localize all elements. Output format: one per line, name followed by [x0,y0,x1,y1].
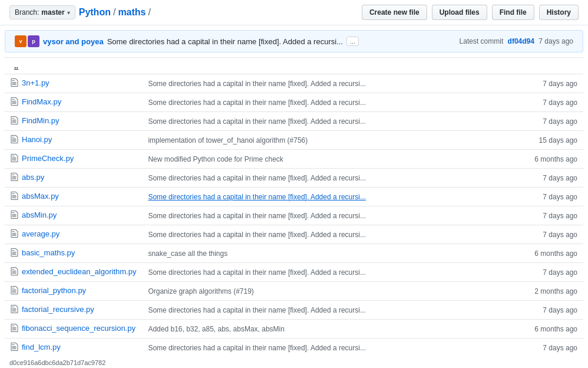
commit-time-cell: 6 months ago [513,150,583,169]
commit-message-cell: Organize graph algorithms (#719) [142,282,513,301]
file-name-cell: average.py [5,225,142,244]
table-row: basic_maths.pysnake_case all the things6… [5,244,583,263]
file-name-cell: Hanoi.py [5,131,142,150]
commit-time-cell: 7 days ago [513,93,583,112]
commit-message-cell: Some directories had a capital in their … [142,93,513,112]
commit-time-cell: 2 months ago [513,282,583,301]
commit-message-cell: Some directories had a capital in their … [142,301,513,320]
file-name-cell: factorial_python.py [5,282,142,301]
file-name-cell: basic_maths.py [5,244,142,263]
author-and: and [65,37,81,46]
commit-message-cell: Some directories had a capital in their … [142,188,513,206]
file-name-link[interactable]: FindMax.py [11,97,61,106]
find-file-button[interactable]: Find file [492,5,534,20]
table-row: factorial_python.pyOrganize graph algori… [5,282,583,301]
avatar-group: v p [15,35,39,47]
commit-bar: v p vysor and poyea Some directories had… [5,30,583,52]
table-row: abs.pySome directories had a capital in … [5,169,583,188]
table-row: find_lcm.pySome directories had a capita… [5,339,583,357]
commit-message-cell: Some directories had a capital in their … [142,74,513,93]
avatar-vysor: v [15,35,27,47]
breadcrumb-sep2: / [148,7,151,18]
breadcrumb: Python / maths / [79,7,151,18]
table-row: average.pySome directories had a capital… [5,225,583,244]
author1-link[interactable]: vysor [43,37,64,46]
commit-message-cell: Some directories had a capital in their … [142,206,513,225]
file-name-link[interactable]: average.py [11,229,60,238]
commit-authors[interactable]: vysor and poyea [43,37,104,46]
commit-time-cell: 7 days ago [513,301,583,320]
commit-message-cell: Some directories had a capital in their … [142,169,513,188]
table-row: fibonacci_sequence_recursion.pyAdded b16… [5,320,583,339]
breadcrumb-maths[interactable]: maths [118,7,146,18]
parent-directory-row: .. [5,58,583,74]
file-name-link[interactable]: FindMin.py [11,116,60,125]
table-row: 3n+1.pySome directories had a capital in… [5,74,583,93]
file-name-link[interactable]: fibonacci_sequence_recursion.py [11,323,136,333]
commit-message-cell: Some directories had a capital in their … [142,225,513,244]
commit-message-cell: implementation of tower_of_hanoi algorit… [142,131,513,150]
file-name-link[interactable]: basic_maths.py [11,248,75,257]
top-bar: Branch: master ▾ Python / maths / Create… [0,0,588,25]
commit-message-cell: snake_case all the things [142,244,513,263]
file-name-cell: 3n+1.py [5,74,142,93]
file-name-link[interactable]: factorial_python.py [11,285,86,295]
commit-time: 7 days ago [539,37,573,45]
commit-message-cell: Added b16, b32, a85, abs, absMax, absMin [142,320,513,339]
chevron-down-icon: ▾ [67,9,70,16]
author2-link[interactable]: poyea [81,37,104,46]
avatar-poyea: p [28,35,39,47]
file-name-link[interactable]: find_lcm.py [11,342,61,351]
commit-message-cell: Some directories had a capital in their … [142,339,513,357]
file-name-cell: find_lcm.py [5,339,142,357]
file-name-link[interactable]: extended_euclidean_algorithm.py [11,267,136,276]
table-row: FindMin.pySome directories had a capital… [5,112,583,131]
commit-time-cell: 7 days ago [513,112,583,131]
history-button[interactable]: History [539,5,579,20]
branch-name: master [41,8,64,17]
commit-time-cell: 7 days ago [513,339,583,357]
commit-time-cell: 7 days ago [513,206,583,225]
table-row: FindMax.pySome directories had a capital… [5,93,583,112]
bottom-hash: d0ce916a6dbc6da2b71d7ac9782 [0,357,588,368]
file-name-cell: factorial_recursive.py [5,301,142,320]
file-name-link[interactable]: Hanoi.py [11,134,52,144]
table-row: extended_euclidean_algorithm.pySome dire… [5,263,583,282]
table-row: Hanoi.pyimplementation of tower_of_hanoi… [5,131,583,150]
commit-time-cell: 7 days ago [513,225,583,244]
ellipsis-button[interactable]: ... [346,37,359,46]
file-name-cell: FindMax.py [5,93,142,112]
file-name-link[interactable]: PrimeCheck.py [11,153,74,163]
commit-time-cell: 7 days ago [513,188,583,206]
breadcrumb-sep1: / [113,7,115,18]
table-row: PrimeCheck.pyNew modified Python code fo… [5,150,583,169]
file-name-cell: fibonacci_sequence_recursion.py [5,320,142,339]
file-name-link[interactable]: 3n+1.py [11,78,49,87]
commit-time-cell: 7 days ago [513,263,583,282]
commit-message: Some directories had a capital in their … [107,37,343,46]
commit-hash-link[interactable]: df04d94 [508,37,534,45]
file-name-cell: FindMin.py [5,112,142,131]
upload-files-button[interactable]: Upload files [432,5,487,20]
file-name-link[interactable]: absMax.py [11,191,59,201]
file-name-link[interactable]: factorial_recursive.py [11,304,94,314]
commit-message-cell: Some directories had a capital in their … [142,112,513,131]
parent-directory-link[interactable]: .. [14,61,18,70]
file-name-link[interactable]: absMin.py [11,210,57,219]
breadcrumb-python[interactable]: Python [79,7,111,18]
commit-link[interactable]: Some directories had a capital in their … [148,193,366,201]
file-name-cell: absMin.py [5,206,142,225]
latest-commit-label: Latest commit [460,37,504,45]
commit-bar-right: Latest commit df04d94 7 days ago [460,37,573,45]
top-bar-right: Create new file Upload files Find file H… [362,5,579,20]
commit-time-cell: 6 months ago [513,244,583,263]
commit-time-cell: 15 days ago [513,131,583,150]
file-name-link[interactable]: abs.py [11,172,44,182]
branch-selector[interactable]: Branch: master ▾ [9,5,75,19]
table-row: absMax.pySome directories had a capital … [5,188,583,206]
create-new-button[interactable]: Create new file [362,5,427,20]
commit-bar-left: v p vysor and poyea Some directories had… [15,35,359,47]
commit-message-cell: New modified Python code for Prime check [142,150,513,169]
commit-time-cell: 7 days ago [513,169,583,188]
file-table: .. 3n+1.pySome directories had a capital… [5,57,583,357]
